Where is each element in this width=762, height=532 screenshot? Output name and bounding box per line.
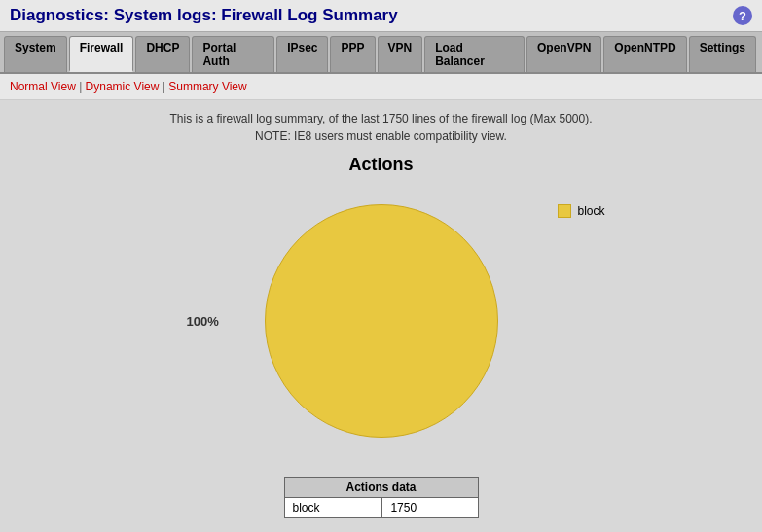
chart-legend: block	[558, 204, 604, 218]
info-text: This is a firewall log summary, of the l…	[10, 110, 752, 145]
help-button[interactable]: ?	[733, 6, 752, 25]
info-line1: This is a firewall log summary, of the l…	[10, 110, 752, 127]
info-line2: NOTE: IE8 users must enable compatibilit…	[10, 127, 752, 145]
main-content: This is a firewall log summary, of the l…	[0, 100, 762, 532]
tab-openntpd[interactable]: OpenNTPD	[603, 36, 686, 72]
chart-container: Actions 100% block Actions data block175…	[10, 155, 752, 518]
actions-data-table: Actions data block1750	[284, 477, 479, 518]
chart-area: 100% block	[128, 185, 635, 457]
page-title: Diagnostics: System logs: Firewall Log S…	[10, 6, 398, 25]
summary-view-link[interactable]: Summary View	[168, 80, 246, 93]
dynamic-view-link[interactable]: Dynamic View	[86, 80, 160, 93]
tab-load-balancer[interactable]: Load Balancer	[424, 36, 525, 72]
table-header-row: Actions data	[284, 478, 478, 498]
table-header-cell: Actions data	[284, 478, 478, 498]
chart-title: Actions	[348, 155, 413, 175]
table-cell-label: block	[284, 498, 382, 518]
table-row: block1750	[284, 498, 478, 518]
tab-bar: SystemFirewallDHCPPortal AuthIPsecPPPVPN…	[0, 32, 762, 74]
normal-view-link[interactable]: Normal View	[10, 80, 76, 93]
tab-ppp[interactable]: PPP	[330, 36, 375, 72]
legend-color-block	[558, 204, 571, 218]
percent-label: 100%	[187, 314, 219, 329]
pie-chart	[265, 204, 498, 438]
sub-navigation: Normal View | Dynamic View | Summary Vie…	[0, 74, 762, 100]
page-header: Diagnostics: System logs: Firewall Log S…	[0, 0, 762, 32]
tab-system[interactable]: System	[4, 36, 67, 72]
table-cell-value: 1750	[382, 498, 478, 518]
tab-firewall[interactable]: Firewall	[69, 36, 134, 72]
tab-vpn[interactable]: VPN	[378, 36, 423, 72]
legend-label-block: block	[577, 204, 604, 218]
tab-settings[interactable]: Settings	[689, 36, 756, 72]
tab-ipsec[interactable]: IPsec	[276, 36, 328, 72]
tab-openvpn[interactable]: OpenVPN	[526, 36, 601, 72]
tab-portal-auth[interactable]: Portal Auth	[192, 36, 274, 72]
tab-dhcp[interactable]: DHCP	[135, 36, 190, 72]
